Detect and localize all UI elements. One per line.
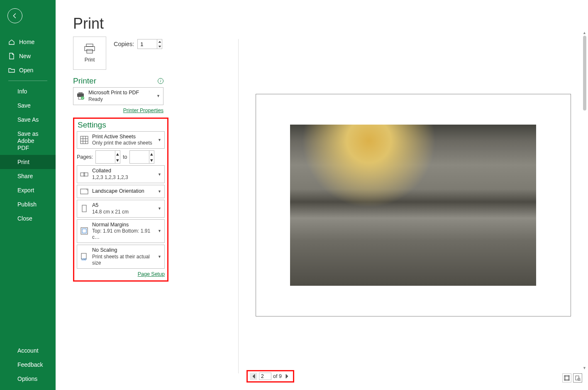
svg-rect-17 xyxy=(81,136,88,144)
page-title: Print xyxy=(73,15,168,32)
preview-image xyxy=(290,125,536,286)
chevron-down-icon: ▼ xyxy=(156,94,161,98)
sidebar-item-label: Close xyxy=(17,215,32,222)
sidebar-item-label: Share xyxy=(17,173,33,179)
dropdown-main-label: Collated xyxy=(92,168,154,174)
settings-section-title: Settings xyxy=(78,120,165,130)
printer-icon xyxy=(84,44,95,54)
printer-section-title: Printer xyxy=(73,76,96,86)
sidebar-print[interactable]: Print xyxy=(0,155,56,169)
copies-spinner[interactable] xyxy=(137,39,162,49)
sheets-icon xyxy=(80,135,89,145)
pages-from-input[interactable] xyxy=(96,151,115,159)
page-icon xyxy=(80,204,89,213)
sidebar-item-label: Print xyxy=(17,159,29,165)
file-icon xyxy=(8,53,15,59)
sidebar-share[interactable]: Share xyxy=(0,169,56,183)
sidebar-new[interactable]: New xyxy=(0,49,56,63)
dropdown-sub-label: 1,2,3 1,2,3 1,2,3 xyxy=(92,174,154,181)
back-button[interactable] xyxy=(7,8,22,23)
sidebar-item-label: Account xyxy=(17,347,39,354)
sidebar-item-label: Options xyxy=(17,375,37,382)
copies-down[interactable] xyxy=(157,44,162,49)
orientation-dropdown[interactable]: Landscape Orientation ▼ xyxy=(77,185,165,198)
sidebar-home[interactable]: Home xyxy=(0,35,56,49)
dropdown-main-label: A5 xyxy=(92,202,154,209)
up-arrow-icon[interactable]: ▴ xyxy=(149,151,154,157)
chevron-down-icon: ▼ xyxy=(158,255,162,259)
sidebar-item-label: Save xyxy=(17,102,31,109)
next-page-button[interactable] xyxy=(283,373,291,380)
open-icon xyxy=(8,67,15,74)
up-arrow-icon[interactable]: ▴ xyxy=(115,151,120,157)
landscape-icon xyxy=(80,187,89,196)
page-setup-link[interactable]: Page Setup xyxy=(77,271,165,277)
pages-to-spinner[interactable]: ▴▾ xyxy=(129,150,154,164)
scroll-down-arrow-icon[interactable]: ▼ xyxy=(583,366,586,370)
collated-icon xyxy=(80,170,89,179)
margins-icon xyxy=(80,226,89,235)
preview-scrollbar[interactable] xyxy=(583,36,586,110)
paper-size-dropdown[interactable]: A5 14.8 cm x 21 cm ▼ xyxy=(77,200,165,218)
print-button[interactable]: Print xyxy=(73,37,106,70)
sidebar-item-label: Export xyxy=(17,187,34,194)
scaling-dropdown[interactable]: 100 No Scaling Print sheets at their act… xyxy=(77,245,165,269)
down-arrow-icon[interactable]: ▾ xyxy=(115,157,120,163)
printer-dropdown[interactable]: Microsoft Print to PDF Ready ▼ xyxy=(73,87,163,105)
svg-line-37 xyxy=(580,380,581,381)
print-button-label: Print xyxy=(85,57,95,63)
main-area: Print Print Copies: Printer i xyxy=(56,0,588,390)
sidebar-info[interactable]: Info xyxy=(0,84,56,98)
sidebar-account[interactable]: Account xyxy=(0,343,56,358)
copies-up[interactable] xyxy=(157,39,162,44)
svg-point-16 xyxy=(81,96,84,100)
dropdown-main-label: Normal Margins xyxy=(92,222,154,228)
sidebar-open[interactable]: Open xyxy=(0,63,56,77)
printer-status: Ready xyxy=(88,96,153,103)
svg-rect-10 xyxy=(86,44,93,47)
sidebar-save-adobe-pdf[interactable]: Save as Adobe PDF xyxy=(0,127,56,155)
chevron-down-icon: ▼ xyxy=(158,229,162,233)
dropdown-sub-label: 14.8 cm x 21 cm xyxy=(92,209,154,215)
print-area-dropdown[interactable]: Print Active Sheets Only print the activ… xyxy=(77,131,165,149)
chevron-down-icon: ▼ xyxy=(158,172,162,177)
prev-page-button[interactable] xyxy=(250,373,257,380)
copies-label: Copies: xyxy=(114,41,134,47)
sidebar-save[interactable]: Save xyxy=(0,98,56,113)
scroll-up-arrow-icon[interactable]: ▲ xyxy=(583,31,586,35)
dropdown-main-label: No Scaling xyxy=(92,247,154,254)
sidebar-publish[interactable]: Publish xyxy=(0,197,56,211)
sidebar-saveas[interactable]: Save As xyxy=(0,113,56,127)
sidebar-close[interactable]: Close xyxy=(0,211,56,226)
printer-name: Microsoft Print to PDF xyxy=(88,90,153,96)
sidebar-item-label: Feedback xyxy=(17,361,43,368)
sidebar-item-label: Publish xyxy=(17,201,37,208)
svg-rect-26 xyxy=(81,228,88,234)
scale-icon: 100 xyxy=(80,252,89,261)
sidebar-options[interactable]: Options xyxy=(0,372,56,386)
margins-dropdown[interactable]: Normal Margins Top: 1.91 cm Bottom: 1.91… xyxy=(77,219,165,243)
chevron-down-icon: ▼ xyxy=(158,189,162,194)
current-page-input[interactable] xyxy=(259,373,271,380)
collation-dropdown[interactable]: Collated 1,2,3 1,2,3 1,2,3 ▼ xyxy=(77,165,165,183)
pages-to-input[interactable] xyxy=(130,151,149,159)
dropdown-sub-label: Top: 1.91 cm Bottom: 1.91 c… xyxy=(92,228,154,240)
pages-to-label: to xyxy=(123,154,127,160)
zoom-to-page-button[interactable] xyxy=(573,373,582,383)
svg-rect-27 xyxy=(82,229,86,233)
copies-input[interactable] xyxy=(138,39,157,49)
down-arrow-icon[interactable]: ▾ xyxy=(149,157,154,163)
info-icon[interactable]: i xyxy=(158,78,163,84)
pages-label: Pages: xyxy=(77,154,93,160)
sidebar-feedback[interactable]: Feedback xyxy=(0,358,56,372)
page-preview xyxy=(256,94,571,316)
svg-text:100: 100 xyxy=(81,258,86,261)
show-margins-button[interactable] xyxy=(562,373,571,383)
printer-properties-link[interactable]: Printer Properties xyxy=(73,108,163,113)
dropdown-main-label: Landscape Orientation xyxy=(92,188,154,195)
sidebar-item-label: Info xyxy=(17,88,27,95)
svg-rect-11 xyxy=(85,47,95,51)
dropdown-sub-label: Print sheets at their actual size xyxy=(92,254,154,266)
sidebar-export[interactable]: Export xyxy=(0,183,56,197)
pages-from-spinner[interactable]: ▴▾ xyxy=(95,150,120,164)
